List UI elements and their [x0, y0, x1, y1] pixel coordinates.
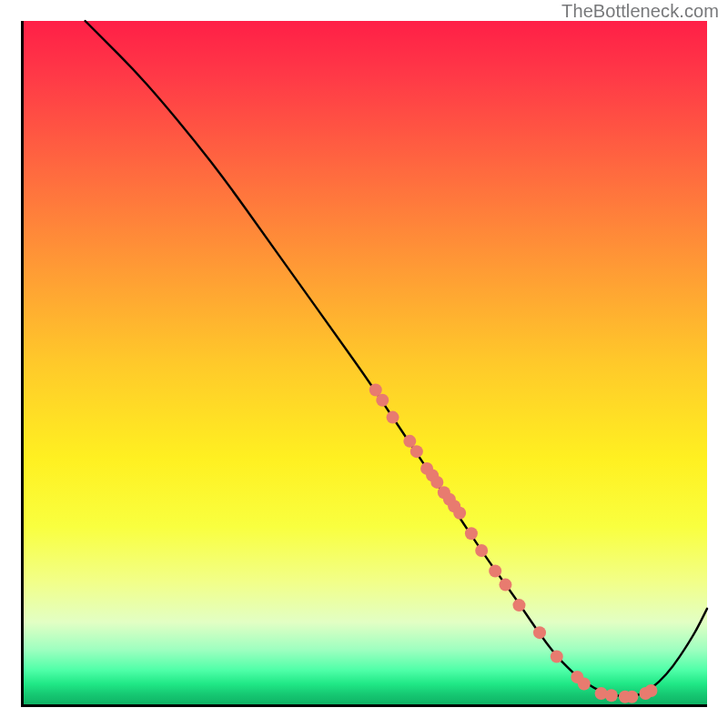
curve-marker	[453, 507, 466, 520]
curve-marker	[465, 527, 478, 540]
curve-marker	[410, 445, 423, 458]
curve-marker	[578, 677, 591, 690]
curve-marker	[387, 411, 399, 424]
curve-svg	[24, 21, 707, 704]
curve-marker	[644, 684, 657, 697]
curve-marker	[533, 626, 546, 639]
curve-marker	[605, 689, 618, 702]
curve-marker	[489, 565, 501, 578]
curve-marker	[499, 579, 511, 592]
plot-frame	[21, 21, 707, 707]
curve-markers	[369, 384, 658, 703]
curve-marker	[512, 599, 525, 612]
chart-container: TheBottleneck.com	[0, 0, 728, 728]
curve-marker	[625, 691, 638, 703]
watermark-label: TheBottleneck.com	[561, 1, 719, 22]
curve-marker	[475, 544, 488, 557]
bottleneck-curve	[86, 21, 707, 696]
curve-marker	[376, 394, 389, 407]
curve-marker	[551, 650, 563, 662]
